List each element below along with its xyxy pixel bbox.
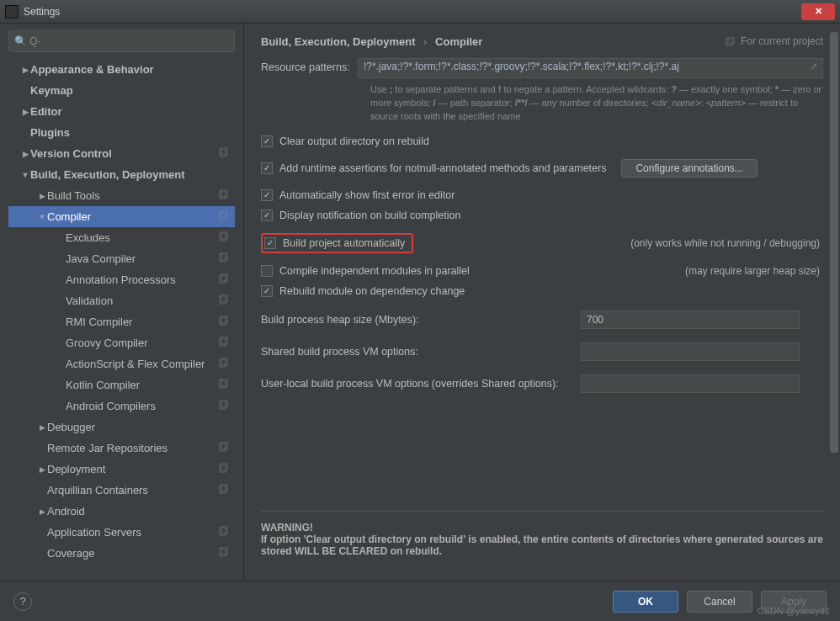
svg-rect-29 <box>221 484 227 491</box>
sidebar-item-remote-jar-repositories[interactable]: Remote Jar Repositories <box>8 438 235 459</box>
resource-patterns-input[interactable]: !?*.java;!?*.form;!?*.class;!?*.groovy;!… <box>358 58 823 78</box>
svg-rect-17 <box>221 337 227 344</box>
auto-build-label: Build project automatically <box>283 237 405 249</box>
breadcrumb-parent[interactable]: Build, Execution, Deployment <box>261 35 415 48</box>
sidebar-item-java-compiler[interactable]: Java Compiler <box>8 248 235 269</box>
svg-rect-20 <box>220 380 226 388</box>
sidebar-item-excludes[interactable]: Excludes <box>8 227 235 248</box>
svg-rect-21 <box>221 379 227 386</box>
warning-block: WARNING! If option 'Clear output directo… <box>261 522 823 557</box>
svg-rect-9 <box>221 252 227 260</box>
arrow-icon: ▶ <box>37 465 47 474</box>
svg-rect-6 <box>220 233 226 241</box>
titlebar: Settings ✕ <box>0 0 840 24</box>
settings-tree[interactable]: ▶ Appearance & Behavior Keymap▶ Editor P… <box>8 59 235 574</box>
compile-parallel-checkbox[interactable] <box>261 265 273 277</box>
sidebar-item-label: Deployment <box>47 463 105 475</box>
help-button[interactable]: ? <box>13 592 32 611</box>
copy-icon <box>218 547 230 559</box>
sidebar-item-kotlin-compiler[interactable]: Kotlin Compiler <box>8 374 235 395</box>
sidebar-item-editor[interactable]: ▶ Editor <box>8 101 235 122</box>
sidebar-item-application-servers[interactable]: Application Servers <box>8 522 235 543</box>
auto-build-note: (only works while not running / debuggin… <box>630 237 823 249</box>
sidebar-item-build-tools[interactable]: ▶ Build Tools <box>8 185 235 206</box>
svg-rect-7 <box>221 231 227 239</box>
arrow-icon: ▶ <box>37 423 47 432</box>
warning-text: If option 'Clear output directory on reb… <box>261 533 823 557</box>
svg-rect-19 <box>221 358 227 365</box>
main-panel: Build, Execution, Deployment › Compiler … <box>244 24 840 581</box>
svg-rect-22 <box>220 401 226 409</box>
copy-icon <box>218 400 230 411</box>
heap-size-input[interactable] <box>581 310 800 329</box>
sidebar-item-groovy-compiler[interactable]: Groovy Compiler <box>8 332 235 353</box>
copy-icon <box>725 37 735 47</box>
sidebar-item-appearance-behavior[interactable]: ▶ Appearance & Behavior <box>8 59 235 80</box>
sidebar-item-version-control[interactable]: ▶ Version Control <box>8 143 235 164</box>
user-vm-input[interactable] <box>581 374 800 393</box>
svg-rect-35 <box>728 37 734 44</box>
copy-icon <box>218 295 230 306</box>
compile-parallel-label: Compile independent modules in parallel <box>279 265 470 277</box>
sidebar-item-keymap[interactable]: Keymap <box>8 80 235 101</box>
sidebar-item-label: Build, Execution, Deployment <box>30 168 184 181</box>
sidebar-item-label: Arquillian Containers <box>47 484 148 496</box>
svg-rect-30 <box>220 528 226 535</box>
sidebar-item-plugins[interactable]: Plugins <box>8 122 235 143</box>
svg-rect-11 <box>221 273 227 281</box>
sidebar-item-label: Kotlin Compiler <box>66 379 140 391</box>
ok-button[interactable]: OK <box>613 591 678 613</box>
close-button[interactable]: ✕ <box>801 3 835 20</box>
sidebar-item-build-execution-deployment[interactable]: ▼ Build, Execution, Deployment <box>8 164 235 185</box>
sidebar-item-label: Compiler <box>47 210 91 223</box>
arrow-icon: ▼ <box>37 213 47 221</box>
breadcrumb: Build, Execution, Deployment › Compiler … <box>261 35 823 48</box>
sidebar-item-annotation-processors[interactable]: Annotation Processors <box>8 269 235 290</box>
rebuild-dep-checkbox[interactable] <box>261 285 273 297</box>
sidebar-item-actionscript-flex-compiler[interactable]: ActionScript & Flex Compiler <box>8 353 235 374</box>
svg-rect-15 <box>221 316 227 323</box>
svg-rect-4 <box>220 212 226 220</box>
heap-size-label: Build process heap size (Mbytes): <box>261 314 581 326</box>
sidebar-item-deployment[interactable]: ▶ Deployment <box>8 459 235 480</box>
sidebar-item-coverage[interactable]: Coverage <box>8 543 235 564</box>
svg-rect-8 <box>220 254 226 262</box>
cancel-button[interactable]: Cancel <box>687 591 752 613</box>
dialog-footer: ? OK Cancel Apply <box>0 581 840 621</box>
sidebar-item-android[interactable]: ▶ Android <box>8 501 235 522</box>
arrow-icon: ▶ <box>20 150 30 158</box>
copy-icon <box>218 526 230 538</box>
auto-build-highlight: Build project automatically <box>261 233 413 253</box>
watermark: CSDN @yancy92 <box>758 606 830 616</box>
sidebar-item-label: Java Compiler <box>66 252 136 265</box>
sidebar-item-validation[interactable]: Validation <box>8 290 235 311</box>
sidebar-item-label: Groovy Compiler <box>66 337 148 349</box>
sidebar-item-android-compilers[interactable]: Android Compilers <box>8 395 235 417</box>
sidebar-item-label: Remote Jar Repositories <box>47 442 167 454</box>
clear-output-checkbox[interactable] <box>261 135 273 147</box>
sidebar-item-label: Application Servers <box>47 526 141 539</box>
runtime-assertions-checkbox[interactable] <box>261 162 273 174</box>
arrow-icon: ▶ <box>37 507 47 516</box>
build-notify-checkbox[interactable] <box>261 210 273 221</box>
sidebar-item-rmi-compiler[interactable]: RMI Compiler <box>8 311 235 332</box>
breadcrumb-sep: › <box>423 35 427 48</box>
sidebar-item-arquillian-containers[interactable]: Arquillian Containers <box>8 480 235 501</box>
expand-icon[interactable]: ⤢ <box>811 61 817 71</box>
window-title: Settings <box>24 6 801 18</box>
search-icon: 🔍 <box>14 35 27 47</box>
auto-build-checkbox[interactable] <box>264 237 276 249</box>
shared-vm-input[interactable] <box>581 342 800 361</box>
configure-annotations-button[interactable]: Configure annotations... <box>621 159 757 178</box>
clear-output-label: Clear output directory on rebuild <box>279 135 429 147</box>
sidebar-item-compiler[interactable]: ▼ Compiler <box>8 206 235 227</box>
search-placeholder: Q- <box>29 35 40 47</box>
sidebar-item-label: Annotation Processors <box>66 273 176 286</box>
search-input[interactable]: 🔍 Q- <box>8 30 235 52</box>
sidebar-item-debugger[interactable]: ▶ Debugger <box>8 417 235 438</box>
copy-icon <box>218 273 230 285</box>
arrow-icon: ▶ <box>20 66 30 74</box>
svg-rect-5 <box>221 210 227 218</box>
svg-rect-32 <box>220 549 226 556</box>
show-first-error-checkbox[interactable] <box>261 189 273 201</box>
